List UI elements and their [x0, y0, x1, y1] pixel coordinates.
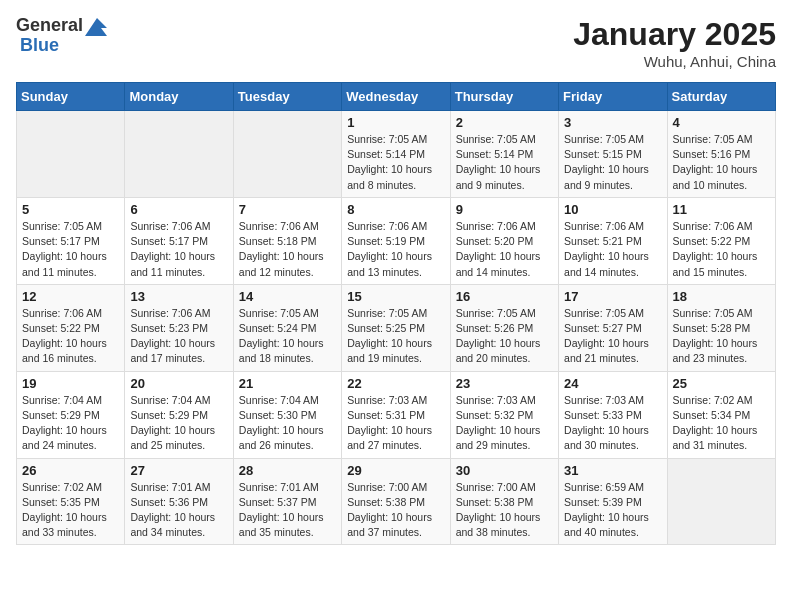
day-number: 23: [456, 376, 553, 391]
calendar-cell: [667, 458, 775, 545]
day-info: Sunrise: 7:06 AM Sunset: 5:23 PM Dayligh…: [130, 306, 227, 367]
calendar-cell: 11Sunrise: 7:06 AM Sunset: 5:22 PM Dayli…: [667, 197, 775, 284]
calendar-cell: 19Sunrise: 7:04 AM Sunset: 5:29 PM Dayli…: [17, 371, 125, 458]
day-number: 4: [673, 115, 770, 130]
calendar-week-row: 5Sunrise: 7:05 AM Sunset: 5:17 PM Daylig…: [17, 197, 776, 284]
day-info: Sunrise: 7:01 AM Sunset: 5:37 PM Dayligh…: [239, 480, 336, 541]
day-info: Sunrise: 7:06 AM Sunset: 5:22 PM Dayligh…: [673, 219, 770, 280]
day-info: Sunrise: 7:03 AM Sunset: 5:33 PM Dayligh…: [564, 393, 661, 454]
day-number: 14: [239, 289, 336, 304]
calendar-cell: 14Sunrise: 7:05 AM Sunset: 5:24 PM Dayli…: [233, 284, 341, 371]
calendar-cell: [233, 111, 341, 198]
day-number: 8: [347, 202, 444, 217]
day-number: 21: [239, 376, 336, 391]
day-number: 10: [564, 202, 661, 217]
calendar-cell: 26Sunrise: 7:02 AM Sunset: 5:35 PM Dayli…: [17, 458, 125, 545]
weekday-header-saturday: Saturday: [667, 83, 775, 111]
day-number: 15: [347, 289, 444, 304]
day-info: Sunrise: 7:04 AM Sunset: 5:29 PM Dayligh…: [22, 393, 119, 454]
calendar-cell: 5Sunrise: 7:05 AM Sunset: 5:17 PM Daylig…: [17, 197, 125, 284]
calendar-week-row: 12Sunrise: 7:06 AM Sunset: 5:22 PM Dayli…: [17, 284, 776, 371]
day-number: 7: [239, 202, 336, 217]
day-info: Sunrise: 7:05 AM Sunset: 5:27 PM Dayligh…: [564, 306, 661, 367]
day-number: 16: [456, 289, 553, 304]
day-info: Sunrise: 7:05 AM Sunset: 5:24 PM Dayligh…: [239, 306, 336, 367]
calendar-cell: 16Sunrise: 7:05 AM Sunset: 5:26 PM Dayli…: [450, 284, 558, 371]
day-number: 26: [22, 463, 119, 478]
calendar-cell: 2Sunrise: 7:05 AM Sunset: 5:14 PM Daylig…: [450, 111, 558, 198]
day-number: 18: [673, 289, 770, 304]
day-info: Sunrise: 7:05 AM Sunset: 5:25 PM Dayligh…: [347, 306, 444, 367]
day-info: Sunrise: 7:01 AM Sunset: 5:36 PM Dayligh…: [130, 480, 227, 541]
location-subtitle: Wuhu, Anhui, China: [573, 53, 776, 70]
logo: General Blue: [16, 16, 107, 56]
weekday-header-monday: Monday: [125, 83, 233, 111]
day-number: 20: [130, 376, 227, 391]
weekday-header-sunday: Sunday: [17, 83, 125, 111]
day-info: Sunrise: 7:04 AM Sunset: 5:29 PM Dayligh…: [130, 393, 227, 454]
day-number: 22: [347, 376, 444, 391]
weekday-header-friday: Friday: [559, 83, 667, 111]
logo-blue: Blue: [20, 36, 59, 56]
day-number: 17: [564, 289, 661, 304]
calendar-cell: 9Sunrise: 7:06 AM Sunset: 5:20 PM Daylig…: [450, 197, 558, 284]
day-info: Sunrise: 7:06 AM Sunset: 5:18 PM Dayligh…: [239, 219, 336, 280]
day-info: Sunrise: 7:05 AM Sunset: 5:17 PM Dayligh…: [22, 219, 119, 280]
logo-general: General: [16, 16, 83, 36]
calendar-cell: 4Sunrise: 7:05 AM Sunset: 5:16 PM Daylig…: [667, 111, 775, 198]
day-info: Sunrise: 7:02 AM Sunset: 5:35 PM Dayligh…: [22, 480, 119, 541]
day-number: 29: [347, 463, 444, 478]
day-number: 9: [456, 202, 553, 217]
weekday-header-wednesday: Wednesday: [342, 83, 450, 111]
day-info: Sunrise: 7:06 AM Sunset: 5:19 PM Dayligh…: [347, 219, 444, 280]
calendar-cell: 22Sunrise: 7:03 AM Sunset: 5:31 PM Dayli…: [342, 371, 450, 458]
day-info: Sunrise: 7:00 AM Sunset: 5:38 PM Dayligh…: [347, 480, 444, 541]
calendar-cell: [125, 111, 233, 198]
weekday-header-tuesday: Tuesday: [233, 83, 341, 111]
day-number: 12: [22, 289, 119, 304]
day-number: 5: [22, 202, 119, 217]
day-info: Sunrise: 7:06 AM Sunset: 5:17 PM Dayligh…: [130, 219, 227, 280]
calendar-cell: [17, 111, 125, 198]
day-number: 11: [673, 202, 770, 217]
calendar-week-row: 19Sunrise: 7:04 AM Sunset: 5:29 PM Dayli…: [17, 371, 776, 458]
svg-marker-0: [85, 18, 107, 36]
calendar-cell: 31Sunrise: 6:59 AM Sunset: 5:39 PM Dayli…: [559, 458, 667, 545]
calendar-cell: 17Sunrise: 7:05 AM Sunset: 5:27 PM Dayli…: [559, 284, 667, 371]
day-number: 6: [130, 202, 227, 217]
calendar-cell: 27Sunrise: 7:01 AM Sunset: 5:36 PM Dayli…: [125, 458, 233, 545]
calendar-cell: 1Sunrise: 7:05 AM Sunset: 5:14 PM Daylig…: [342, 111, 450, 198]
day-info: Sunrise: 7:06 AM Sunset: 5:22 PM Dayligh…: [22, 306, 119, 367]
calendar-cell: 12Sunrise: 7:06 AM Sunset: 5:22 PM Dayli…: [17, 284, 125, 371]
day-info: Sunrise: 7:05 AM Sunset: 5:14 PM Dayligh…: [456, 132, 553, 193]
calendar-cell: 28Sunrise: 7:01 AM Sunset: 5:37 PM Dayli…: [233, 458, 341, 545]
page-header: General Blue January 2025 Wuhu, Anhui, C…: [16, 16, 776, 70]
day-info: Sunrise: 7:02 AM Sunset: 5:34 PM Dayligh…: [673, 393, 770, 454]
calendar-cell: 10Sunrise: 7:06 AM Sunset: 5:21 PM Dayli…: [559, 197, 667, 284]
day-number: 27: [130, 463, 227, 478]
calendar-cell: 13Sunrise: 7:06 AM Sunset: 5:23 PM Dayli…: [125, 284, 233, 371]
day-number: 13: [130, 289, 227, 304]
day-info: Sunrise: 7:03 AM Sunset: 5:31 PM Dayligh…: [347, 393, 444, 454]
calendar-table: SundayMondayTuesdayWednesdayThursdayFrid…: [16, 82, 776, 545]
calendar-week-row: 1Sunrise: 7:05 AM Sunset: 5:14 PM Daylig…: [17, 111, 776, 198]
calendar-cell: 25Sunrise: 7:02 AM Sunset: 5:34 PM Dayli…: [667, 371, 775, 458]
day-info: Sunrise: 7:06 AM Sunset: 5:20 PM Dayligh…: [456, 219, 553, 280]
calendar-cell: 6Sunrise: 7:06 AM Sunset: 5:17 PM Daylig…: [125, 197, 233, 284]
calendar-cell: 20Sunrise: 7:04 AM Sunset: 5:29 PM Dayli…: [125, 371, 233, 458]
calendar-cell: 23Sunrise: 7:03 AM Sunset: 5:32 PM Dayli…: [450, 371, 558, 458]
day-info: Sunrise: 7:05 AM Sunset: 5:28 PM Dayligh…: [673, 306, 770, 367]
day-number: 25: [673, 376, 770, 391]
day-number: 31: [564, 463, 661, 478]
weekday-header-row: SundayMondayTuesdayWednesdayThursdayFrid…: [17, 83, 776, 111]
day-info: Sunrise: 7:05 AM Sunset: 5:14 PM Dayligh…: [347, 132, 444, 193]
calendar-cell: 15Sunrise: 7:05 AM Sunset: 5:25 PM Dayli…: [342, 284, 450, 371]
logo-icon: [85, 18, 107, 36]
day-number: 24: [564, 376, 661, 391]
calendar-cell: 24Sunrise: 7:03 AM Sunset: 5:33 PM Dayli…: [559, 371, 667, 458]
day-info: Sunrise: 7:03 AM Sunset: 5:32 PM Dayligh…: [456, 393, 553, 454]
title-block: January 2025 Wuhu, Anhui, China: [573, 16, 776, 70]
calendar-week-row: 26Sunrise: 7:02 AM Sunset: 5:35 PM Dayli…: [17, 458, 776, 545]
day-info: Sunrise: 7:04 AM Sunset: 5:30 PM Dayligh…: [239, 393, 336, 454]
calendar-cell: 7Sunrise: 7:06 AM Sunset: 5:18 PM Daylig…: [233, 197, 341, 284]
